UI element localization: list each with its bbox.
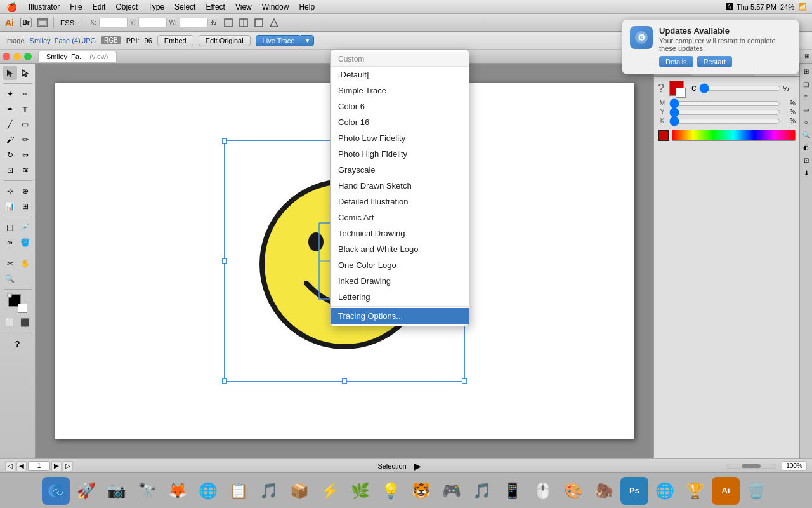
dock-telescope[interactable]: 🔭 bbox=[133, 477, 161, 505]
dropdown-item-bw-logo[interactable]: Black and White Logo bbox=[331, 241, 469, 257]
dock-clipboard[interactable]: 📋 bbox=[225, 477, 252, 505]
dropdown-item-technical[interactable]: Technical Drawing bbox=[331, 225, 469, 241]
full-screen-mode[interactable]: ⬛ bbox=[18, 316, 32, 330]
transform-btn3[interactable] bbox=[252, 16, 266, 30]
scale-tool[interactable]: ⊡ bbox=[3, 163, 17, 177]
page-prev2[interactable]: ◀ bbox=[16, 461, 27, 471]
pen-tool[interactable]: ✒ bbox=[3, 102, 17, 116]
blend-tool[interactable]: ∞ bbox=[3, 236, 17, 250]
hand-tool[interactable]: ✋ bbox=[18, 257, 32, 271]
dock-app10[interactable]: 🎨 bbox=[560, 477, 587, 505]
scroll-thumb[interactable] bbox=[742, 464, 761, 468]
menu-type[interactable]: Type bbox=[143, 3, 169, 11]
page-number[interactable] bbox=[28, 461, 50, 471]
menu-file[interactable]: File bbox=[65, 3, 87, 11]
menu-select[interactable]: Select bbox=[169, 3, 200, 11]
pencil-tool[interactable]: ✏ bbox=[18, 133, 32, 147]
panel-toggle-6[interactable]: 🔍 bbox=[801, 130, 811, 140]
transform-btn2[interactable] bbox=[237, 16, 251, 30]
m-slider[interactable] bbox=[669, 101, 780, 106]
x-coord[interactable] bbox=[99, 18, 128, 27]
panel-toggle-2[interactable]: ◫ bbox=[801, 79, 811, 89]
details-button[interactable]: Details bbox=[659, 56, 693, 67]
panel-toggle-8[interactable]: ⊡ bbox=[801, 155, 811, 165]
eyedropper-tool[interactable]: 💉 bbox=[18, 220, 32, 234]
minimize-button[interactable] bbox=[13, 53, 21, 60]
color-mode-icon[interactable]: ? bbox=[658, 82, 664, 95]
column-graph-tool[interactable]: 📊 bbox=[3, 199, 17, 213]
handle-ml[interactable] bbox=[222, 258, 227, 264]
dock-app1[interactable]: 📦 bbox=[285, 477, 313, 505]
dropdown-item-color16[interactable]: Color 16 bbox=[331, 114, 469, 130]
dock-launchpad[interactable]: 🚀 bbox=[72, 477, 100, 505]
dropdown-item-simple[interactable]: Simple Trace bbox=[331, 83, 469, 98]
dock-finder[interactable]: ◠◡ bbox=[42, 477, 70, 505]
dock-app5[interactable]: 🐯 bbox=[407, 477, 435, 505]
image-filename[interactable]: Smiley_Face (4).JPG bbox=[30, 37, 96, 44]
gradient-tool[interactable]: ◫ bbox=[3, 220, 17, 234]
dropdown-item-color6[interactable]: Color 6 bbox=[331, 98, 469, 114]
c-slider[interactable] bbox=[699, 86, 781, 91]
apple-menu[interactable]: 🍎 bbox=[0, 2, 23, 12]
menu-help[interactable]: Help bbox=[294, 3, 320, 11]
panel-toggle-3[interactable]: ≡ bbox=[801, 91, 811, 102]
transform-btn4[interactable] bbox=[267, 16, 281, 30]
scissors-tool[interactable]: ✂ bbox=[3, 257, 17, 271]
k-slider[interactable] bbox=[669, 119, 780, 124]
menu-illustrator[interactable]: Illustrator bbox=[23, 3, 65, 11]
symbol-tool[interactable]: ⊕ bbox=[18, 184, 32, 198]
dock-photoshop[interactable]: Ps bbox=[620, 477, 648, 505]
embed-button[interactable]: Embed bbox=[157, 35, 193, 46]
panel-toggle-7[interactable]: ◐ bbox=[801, 142, 811, 152]
magic-wand-tool[interactable]: ✦ bbox=[3, 87, 17, 101]
handle-bm[interactable] bbox=[342, 378, 347, 384]
zoom-percentage[interactable] bbox=[782, 461, 807, 471]
menu-view[interactable]: View bbox=[230, 3, 257, 11]
rect-tool[interactable]: ▭ bbox=[18, 117, 32, 131]
page-next2[interactable]: ▷ bbox=[63, 461, 73, 471]
foreground-swatch[interactable] bbox=[669, 81, 684, 96]
type-tool[interactable]: T bbox=[18, 102, 32, 116]
live-trace-dropdown[interactable]: ▼ bbox=[301, 35, 314, 46]
menu-edit[interactable]: Edit bbox=[88, 3, 111, 11]
dock-app6[interactable]: 🎮 bbox=[438, 477, 466, 505]
restart-button[interactable]: Restart bbox=[697, 56, 732, 67]
handle-bl[interactable] bbox=[222, 378, 227, 384]
panel-toggle-5[interactable]: ○ bbox=[801, 117, 811, 127]
dropdown-item-detailed[interactable]: Detailed Illustration bbox=[331, 194, 469, 210]
dropdown-item-tracing-options[interactable]: Tracing Options... bbox=[331, 308, 469, 324]
dock-app11[interactable]: 🦣 bbox=[590, 477, 618, 505]
dropdown-item-grayscale[interactable]: Grayscale bbox=[331, 162, 469, 178]
document-tab[interactable]: Smiley_Fa... (view) bbox=[38, 51, 117, 62]
dock-app7[interactable]: 🎵 bbox=[468, 477, 496, 505]
tool-arrow-icon[interactable]: ▶ bbox=[414, 461, 421, 471]
dock-app3[interactable]: 🌿 bbox=[346, 477, 374, 505]
dropdown-item-default[interactable]: [Default] bbox=[331, 67, 469, 83]
dock-illustrator[interactable]: Ai bbox=[712, 477, 740, 505]
dropdown-item-hand-drawn[interactable]: Hand Drawn Sketch bbox=[331, 178, 469, 194]
live-paint-tool[interactable]: 🪣 bbox=[18, 236, 32, 250]
question-tool[interactable]: ? bbox=[11, 337, 25, 351]
extra-tool[interactable] bbox=[18, 272, 32, 286]
change-screen-mode[interactable]: ⬜ bbox=[3, 316, 17, 330]
handle-tl[interactable] bbox=[222, 138, 227, 144]
fullscreen-button[interactable] bbox=[24, 53, 32, 60]
handle-br[interactable] bbox=[462, 378, 467, 384]
transform-btn1[interactable] bbox=[221, 16, 235, 30]
dock-app4[interactable]: 💡 bbox=[377, 477, 405, 505]
menu-effect[interactable]: Effect bbox=[200, 3, 230, 11]
close-button[interactable] bbox=[3, 53, 10, 60]
dock-app2[interactable]: ⚡ bbox=[316, 477, 344, 505]
br-icon[interactable]: Br bbox=[19, 16, 33, 30]
y-slider[interactable] bbox=[669, 110, 780, 115]
zoom-tool[interactable]: 🔍 bbox=[3, 272, 17, 286]
panel-toggle-1[interactable]: ⊞ bbox=[801, 66, 811, 76]
dock-camera[interactable]: 📷 bbox=[103, 477, 131, 505]
live-trace-button[interactable]: Live Trace bbox=[256, 35, 302, 46]
dock-app9[interactable]: 🖱️ bbox=[529, 477, 557, 505]
dock-app14[interactable]: 🏆 bbox=[681, 477, 709, 505]
dock-chrome[interactable]: 🌐 bbox=[194, 477, 222, 505]
reflect-tool[interactable]: ⇔ bbox=[18, 148, 32, 162]
color-spectrum[interactable] bbox=[672, 130, 796, 141]
rotate-tool[interactable]: ↻ bbox=[3, 148, 17, 162]
